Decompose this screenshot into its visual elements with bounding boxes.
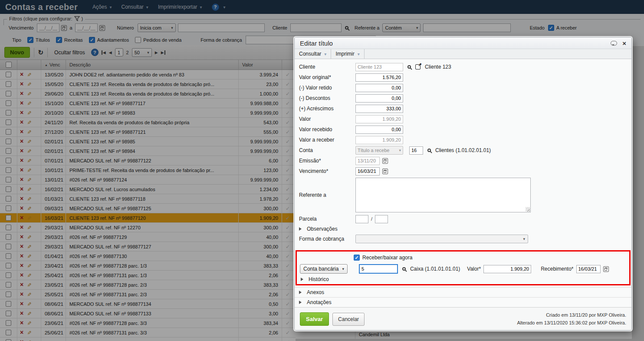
acrescimos-input[interactable] bbox=[355, 105, 403, 113]
field-parcela: Parcela / bbox=[295, 214, 631, 224]
conta-bancaria-numero-input[interactable] bbox=[359, 264, 398, 274]
anexos-section[interactable]: Anexos bbox=[295, 287, 631, 297]
expand-triangle-icon bbox=[299, 289, 304, 295]
emissao-input[interactable] bbox=[355, 157, 380, 165]
calendar-icon[interactable] bbox=[382, 169, 388, 174]
parcela-total-input[interactable] bbox=[375, 215, 388, 223]
receber-baixar-checkbox[interactable] bbox=[354, 255, 360, 261]
forma-cobranca-select[interactable] bbox=[355, 235, 528, 243]
resize-handle-icon[interactable] bbox=[526, 207, 530, 212]
field-emissao: Emissão* bbox=[295, 156, 631, 166]
valor-retido-input[interactable] bbox=[355, 84, 403, 92]
field-forma-cobranca: Forma de cobrança bbox=[295, 234, 631, 244]
open-record-icon[interactable] bbox=[415, 64, 421, 70]
field-referente: Referente a bbox=[295, 176, 631, 214]
modal-title: Editar título bbox=[300, 40, 333, 47]
conta-descricao: Clientes (1.01.02.01.01) bbox=[435, 147, 491, 153]
search-icon[interactable] bbox=[407, 65, 411, 69]
modal-footer: Salvar Cancelar Criado em 13/11/20 por M… bbox=[295, 307, 631, 331]
valor-original-input[interactable] bbox=[355, 73, 403, 82]
cliente-input[interactable] bbox=[355, 63, 403, 71]
modal-title-icons bbox=[611, 40, 626, 47]
modal-menu-imprimir[interactable]: Imprimir bbox=[331, 49, 364, 59]
historico-section[interactable]: Histórico bbox=[300, 275, 626, 284]
field-cliente: Cliente Cliente 123 bbox=[295, 62, 631, 72]
field-valor: Valor bbox=[295, 114, 631, 124]
field-valor-retido: (-) Valor retido bbox=[295, 83, 631, 93]
field-valor-recebido: Valor recebido bbox=[295, 124, 631, 135]
comment-bubble-icon[interactable] bbox=[611, 41, 617, 46]
calendar-icon[interactable] bbox=[382, 158, 388, 164]
alterado-text: Alterado em 13/11/2020 15:36:02 por MXP … bbox=[517, 319, 626, 327]
expand-triangle-icon bbox=[299, 226, 304, 232]
valor-recebido-input[interactable] bbox=[355, 126, 403, 134]
conta-tipo-select: Título a recebe bbox=[355, 146, 403, 155]
receber-controls-row: Conta bancária Caixa (1.01.01.01.01) Val… bbox=[300, 263, 626, 275]
cancelar-button[interactable]: Cancelar bbox=[332, 313, 365, 326]
conta-bancaria-descricao: Caixa (1.01.01.01.01) bbox=[410, 266, 460, 272]
field-valor-a-receber: Valor a receber bbox=[295, 135, 631, 145]
recebimento-label: Recebimento* bbox=[541, 266, 573, 272]
conta-numero-input[interactable] bbox=[409, 146, 423, 155]
valor-input bbox=[355, 115, 403, 123]
app-window: Contas a receber Ações Consultar Imprimi… bbox=[0, 0, 644, 341]
edit-title-modal: Editar título Consultar Imprimir Cliente… bbox=[294, 37, 632, 331]
valor-a-receber-input bbox=[355, 136, 403, 144]
field-acrescimos: (+) Acréscimos bbox=[295, 103, 631, 114]
field-descontos: (-) Descontos bbox=[295, 93, 631, 103]
recebimento-input[interactable] bbox=[576, 265, 601, 273]
conta-bancaria-select[interactable]: Conta bancária bbox=[300, 264, 348, 274]
vencimento-input[interactable] bbox=[355, 167, 380, 175]
referente-textarea[interactable] bbox=[355, 178, 531, 212]
search-icon[interactable] bbox=[402, 267, 406, 271]
expand-triangle-icon bbox=[299, 299, 304, 305]
field-conta: Conta Título a recebe Clientes (1.01.02.… bbox=[295, 145, 631, 156]
observacoes-section[interactable]: Observações bbox=[295, 224, 631, 234]
parcela-num-input[interactable] bbox=[355, 215, 368, 223]
modal-titlebar: Editar título bbox=[295, 37, 631, 49]
receber-section-annotation: Receber/baixar agora Conta bancária Caix… bbox=[296, 250, 631, 285]
receber-valor-input[interactable] bbox=[483, 265, 531, 273]
audit-info: Criado em 13/11/20 por MXP Oliveira. Alt… bbox=[517, 311, 626, 327]
receber-valor-label: Valor* bbox=[467, 266, 481, 272]
field-vencimento: Vencimento* bbox=[295, 166, 631, 176]
criado-text: Criado em 13/11/20 por MXP Oliveira. bbox=[517, 311, 626, 319]
search-icon[interactable] bbox=[427, 149, 431, 152]
parcela-separator: / bbox=[371, 216, 372, 222]
anotacoes-section[interactable]: Anotações bbox=[295, 297, 631, 307]
receber-checkbox-row: Receber/baixar agora bbox=[354, 253, 626, 262]
receber-baixar-label: Receber/baixar agora bbox=[362, 255, 412, 261]
cliente-link-text[interactable]: Cliente 123 bbox=[425, 64, 451, 70]
modal-body: Cliente Cliente 123 Valor original* (-) … bbox=[295, 59, 631, 331]
expand-triangle-icon bbox=[301, 276, 306, 282]
field-valor-original: Valor original* bbox=[295, 72, 631, 83]
descontos-input[interactable] bbox=[355, 94, 403, 103]
salvar-button[interactable]: Salvar bbox=[300, 312, 329, 326]
modal-menu-consultar[interactable]: Consultar bbox=[295, 49, 331, 59]
modal-menu-bar: Consultar Imprimir bbox=[295, 49, 631, 59]
close-icon[interactable] bbox=[622, 40, 626, 47]
calendar-icon[interactable] bbox=[603, 266, 609, 272]
